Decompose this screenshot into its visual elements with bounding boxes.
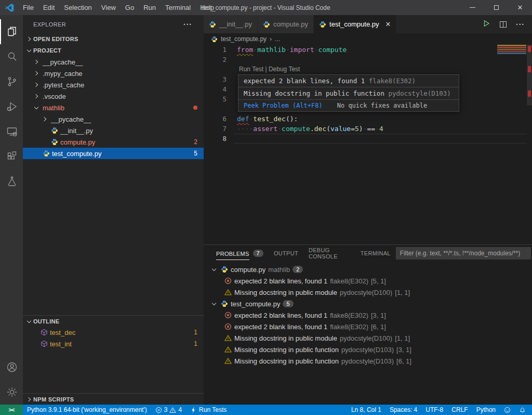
maximize-button[interactable] xyxy=(484,0,508,15)
problem-row[interactable]: Missing docstring in public function pyd… xyxy=(204,355,532,367)
peek-problem-link[interactable]: Peek Problem (Alt+F8) xyxy=(244,102,323,109)
run-debug-icon[interactable] xyxy=(0,94,23,119)
code-line[interactable]: 6 def·test_dec(): xyxy=(204,114,532,124)
code-line[interactable]: 8 xyxy=(204,134,532,144)
tree-item[interactable]: __pycache__ xyxy=(23,56,204,68)
test-explorer-icon[interactable] xyxy=(0,169,23,194)
panel-tab[interactable]: PROBLEMS 7 xyxy=(211,245,269,262)
codelens-text[interactable]: Run Test | Debug Test xyxy=(239,66,300,73)
breadcrumb-file[interactable]: test_compute.py xyxy=(221,35,267,43)
eol-item[interactable]: CRLF xyxy=(447,405,472,415)
tab-label: __init__.py xyxy=(219,20,252,28)
menu-item[interactable]: Edit xyxy=(38,0,59,15)
problems-filter-input[interactable] xyxy=(396,247,531,260)
problem-row[interactable]: test_compute.py 5 xyxy=(204,298,532,309)
accounts-icon[interactable] xyxy=(0,355,23,380)
close-button[interactable]: ✕ xyxy=(508,0,532,15)
menu-item[interactable]: Run xyxy=(139,0,161,15)
tree-item[interactable]: .mypy_cache xyxy=(23,68,204,79)
line-number[interactable]: 8 xyxy=(204,134,234,144)
search-icon[interactable] xyxy=(0,44,23,69)
close-tab-icon[interactable]: ✕ xyxy=(385,20,391,28)
problem-row[interactable]: Missing docstring in public function pyd… xyxy=(204,344,532,355)
code-line[interactable]: Run Test | Debug Test xyxy=(204,64,532,74)
code-token: == xyxy=(367,125,376,133)
section-project[interactable]: PROJECT xyxy=(23,45,204,56)
tree-twistie-icon xyxy=(41,138,49,146)
panel-tab[interactable]: TERMINAL xyxy=(355,245,396,262)
extensions-icon[interactable] xyxy=(0,144,23,169)
problem-row[interactable]: Missing docstring in public module pydoc… xyxy=(204,287,532,298)
section-npm-scripts[interactable]: NPM SCRIPTS xyxy=(23,393,204,405)
menu-item[interactable]: Terminal xyxy=(161,0,195,15)
problem-row[interactable]: expected 2 blank lines, found 1 flake8(E… xyxy=(204,321,532,332)
code-line[interactable]: 2 xyxy=(204,55,532,64)
section-open-editors[interactable]: OPEN EDITORS xyxy=(23,33,204,45)
chevron-down-icon[interactable] xyxy=(210,300,218,308)
editor-tab[interactable]: compute.py xyxy=(258,15,313,33)
tree-item[interactable]: __pycache__ xyxy=(23,113,204,125)
python-interpreter-item[interactable]: Python 3.9.1 64-bit ('working_environmen… xyxy=(23,405,151,415)
menu-item[interactable]: View xyxy=(97,0,121,15)
outline-item[interactable]: test_int 1 xyxy=(23,338,204,349)
section-outline[interactable]: OUTLINE xyxy=(23,315,204,327)
line-number[interactable]: 1 xyxy=(204,45,234,55)
tree-item[interactable]: compute.py 2 xyxy=(23,136,204,148)
menu-item[interactable]: File xyxy=(18,0,38,15)
settings-gear-icon[interactable] xyxy=(0,380,23,405)
code-line[interactable]: 1 from·mathlib·import·compute xyxy=(204,45,532,55)
tree-item[interactable]: test_compute.py 5 xyxy=(23,148,204,159)
problems-status-item[interactable]: 3 4 xyxy=(151,405,186,415)
code-line[interactable]: 7 ····assert·compute.dec(value=5)·==·4 xyxy=(204,124,532,134)
menu-item[interactable]: Go xyxy=(121,0,139,15)
tree-item[interactable]: .vscode xyxy=(23,90,204,102)
breadcrumb-symbol[interactable]: ... xyxy=(275,35,280,43)
problem-row[interactable]: expected 2 blank lines, found 1 flake8(E… xyxy=(204,275,532,287)
minimize-button[interactable] xyxy=(460,0,484,15)
minimap[interactable] xyxy=(497,45,527,244)
line-number[interactable]: 2 xyxy=(204,55,234,64)
more-actions-icon[interactable]: ··· xyxy=(516,20,525,29)
line-number[interactable]: 3 xyxy=(204,74,234,84)
feedback-item[interactable] xyxy=(500,405,515,415)
overview-ruler[interactable] xyxy=(527,45,532,244)
panel-tab[interactable]: OUTPUT xyxy=(269,245,303,262)
remote-explorer-icon[interactable] xyxy=(0,119,23,144)
more-actions-icon[interactable]: ··· xyxy=(183,20,192,29)
line-number[interactable] xyxy=(204,64,234,74)
editor-tab[interactable]: __init__.py xyxy=(204,15,257,33)
encoding-item[interactable]: UTF-8 xyxy=(421,405,447,415)
language-mode-item[interactable]: Python xyxy=(472,405,500,415)
remote-indicator[interactable]: >< xyxy=(0,405,23,415)
split-editor-icon[interactable] xyxy=(500,21,507,28)
code-editor[interactable]: 1 from·mathlib·import·compute 2 Run Test… xyxy=(204,45,532,244)
tree-item[interactable]: mathlib xyxy=(23,102,204,113)
problem-row[interactable]: expected 2 blank lines, found 1 flake8(E… xyxy=(204,309,532,321)
menu-item[interactable]: Selection xyxy=(59,0,96,15)
panel-tab[interactable]: DEBUG CONSOLE xyxy=(303,245,355,262)
line-number[interactable] xyxy=(204,104,234,114)
outline-item[interactable]: test_dec 1 xyxy=(23,327,204,338)
no-quick-fixes-text: No quick fixes available xyxy=(337,102,427,109)
notifications-item[interactable] xyxy=(515,405,530,415)
tree-item[interactable]: __init__.py xyxy=(23,125,204,136)
warning-icon xyxy=(224,357,232,365)
error-mark xyxy=(528,46,531,52)
problem-row[interactable]: Missing docstring in public module pydoc… xyxy=(204,332,532,344)
run-tests-item[interactable]: Run Tests xyxy=(186,405,231,415)
tree-item[interactable]: .pytest_cache xyxy=(23,79,204,90)
code-token: · xyxy=(277,125,282,133)
tree-twistie-icon xyxy=(32,58,41,66)
editor-tab[interactable]: test_compute.py ✕ xyxy=(314,15,396,33)
indentation-item[interactable]: Spaces: 4 xyxy=(385,405,421,415)
explorer-icon[interactable] xyxy=(0,19,23,44)
line-number[interactable]: 6 xyxy=(204,114,234,124)
problem-row[interactable]: compute.py mathlib 2 xyxy=(204,264,532,275)
line-number[interactable]: 5 xyxy=(204,94,234,104)
chevron-down-icon[interactable] xyxy=(210,265,218,274)
line-number[interactable]: 4 xyxy=(204,84,234,94)
source-control-icon[interactable] xyxy=(0,69,23,94)
line-number[interactable]: 7 xyxy=(204,124,234,134)
cursor-position-item[interactable]: Ln 8, Col 1 xyxy=(347,405,385,415)
run-file-icon[interactable] xyxy=(482,19,490,30)
